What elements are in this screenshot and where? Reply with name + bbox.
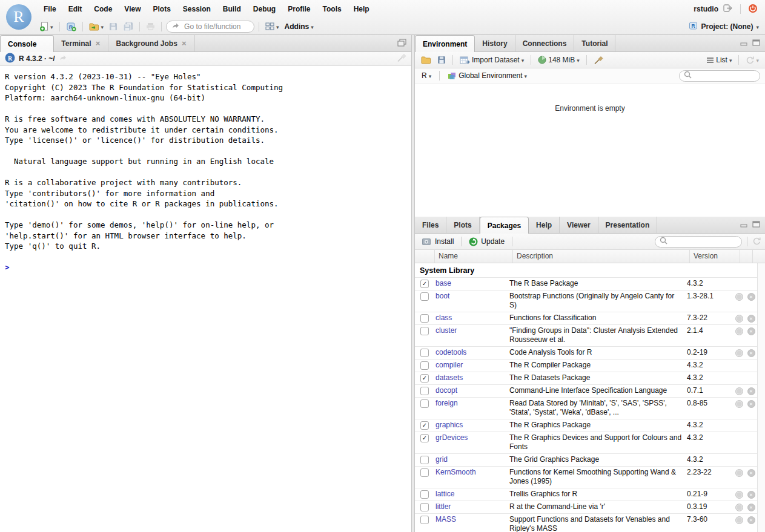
packages-scrollbar[interactable] [757, 263, 765, 532]
environment-tab[interactable]: Tutorial [574, 35, 615, 51]
package-name-link[interactable]: littler [435, 502, 451, 511]
packages-search[interactable] [655, 236, 742, 248]
environment-search[interactable] [679, 70, 760, 82]
column-header-name[interactable]: Name [434, 250, 512, 263]
environment-tab[interactable]: Environment [415, 35, 475, 52]
open-new-window-icon[interactable] [59, 54, 67, 63]
console-prompt[interactable]: > [0, 262, 411, 273]
packages-tab[interactable]: Presentation [598, 217, 658, 233]
package-name-link[interactable]: boot [435, 292, 449, 300]
package-name-link[interactable]: KernSmooth [435, 468, 476, 476]
package-browse-icon[interactable] [735, 327, 743, 335]
environment-tab[interactable]: Connections [515, 35, 575, 51]
menu-item[interactable]: Help [348, 5, 376, 13]
language-selector[interactable]: R [420, 71, 433, 80]
package-loaded-checkbox[interactable] [420, 468, 429, 477]
package-name-link[interactable]: base [435, 279, 451, 287]
menu-item[interactable]: View [118, 5, 147, 13]
menu-item[interactable]: Debug [247, 5, 282, 13]
package-browse-icon[interactable] [735, 349, 743, 357]
maximize-panel-icon[interactable] [752, 221, 760, 229]
minimize-panel-icon[interactable] [740, 221, 748, 229]
console-tab[interactable]: Background Jobs [108, 35, 194, 51]
package-name-link[interactable]: grDevices [435, 433, 468, 442]
package-remove-icon[interactable] [747, 504, 755, 511]
package-name-link[interactable]: codetools [435, 348, 466, 356]
package-name-link[interactable]: MASS [435, 515, 456, 524]
print-button[interactable] [144, 22, 157, 31]
package-remove-icon[interactable] [747, 400, 755, 408]
maximize-panel-icon[interactable] [752, 39, 760, 48]
menu-item[interactable]: Build [217, 5, 247, 13]
goto-file-search[interactable] [166, 21, 254, 33]
package-remove-icon[interactable] [747, 387, 755, 395]
new-project-button[interactable]: R [64, 21, 78, 32]
package-name-link[interactable]: compiler [435, 361, 463, 369]
menu-item[interactable]: Code [88, 5, 118, 13]
project-caret-icon[interactable] [756, 22, 759, 31]
clear-workspace-icon[interactable] [592, 55, 605, 65]
package-loaded-checkbox[interactable] [420, 421, 429, 430]
package-loaded-checkbox[interactable] [420, 399, 429, 408]
minimize-panel-icon[interactable] [740, 39, 748, 48]
column-header-version[interactable]: Version [689, 250, 740, 263]
package-name-link[interactable]: docopt [435, 386, 457, 395]
package-loaded-checkbox[interactable] [420, 490, 429, 499]
package-loaded-checkbox[interactable] [420, 374, 429, 383]
packages-tab[interactable]: Plots [446, 217, 479, 233]
package-loaded-checkbox[interactable] [420, 456, 429, 464]
package-loaded-checkbox[interactable] [420, 349, 429, 357]
console-tab[interactable]: Console [0, 35, 54, 52]
package-name-link[interactable]: grid [435, 455, 448, 464]
package-name-link[interactable]: graphics [435, 421, 463, 429]
load-workspace-icon[interactable] [419, 55, 433, 65]
package-loaded-checkbox[interactable] [420, 327, 429, 335]
package-browse-icon[interactable] [735, 469, 743, 477]
package-name-link[interactable]: lattice [435, 490, 454, 498]
column-header-description[interactable]: Description [512, 250, 689, 263]
packages-tab[interactable]: Viewer [560, 217, 598, 233]
addins-button[interactable]: Addins [283, 22, 316, 31]
refresh-environment-icon[interactable] [744, 55, 761, 65]
package-name-link[interactable]: foreign [435, 399, 458, 407]
packages-tab[interactable]: Packages [480, 217, 529, 234]
menu-item[interactable]: File [38, 5, 62, 13]
package-loaded-checkbox[interactable] [420, 503, 429, 511]
clear-console-icon[interactable] [397, 53, 406, 64]
package-remove-icon[interactable] [747, 293, 755, 301]
package-browse-icon[interactable] [735, 504, 743, 511]
package-remove-icon[interactable] [747, 315, 755, 323]
open-file-button[interactable] [87, 22, 106, 31]
package-remove-icon[interactable] [747, 327, 755, 335]
package-name-link[interactable]: cluster [435, 326, 457, 335]
environment-tab[interactable]: History [475, 35, 515, 51]
sign-out-icon[interactable] [723, 4, 733, 14]
new-file-button[interactable] [38, 21, 55, 32]
environment-search-input[interactable] [694, 71, 757, 80]
console-output-area[interactable]: R version 4.3.2 (2023-10-31) -- "Eye Hol… [0, 66, 411, 532]
menu-item[interactable]: Profile [282, 5, 316, 13]
package-name-link[interactable]: class [435, 314, 452, 322]
package-remove-icon[interactable] [747, 491, 755, 499]
package-browse-icon[interactable] [735, 387, 743, 395]
package-loaded-checkbox[interactable] [420, 387, 429, 395]
package-loaded-checkbox[interactable] [420, 314, 429, 323]
menu-item[interactable]: Plots [147, 5, 176, 13]
update-packages-button[interactable]: Update [466, 237, 507, 247]
package-loaded-checkbox[interactable] [420, 361, 429, 370]
memory-usage-button[interactable]: 148 MiB [536, 55, 581, 65]
save-workspace-icon[interactable] [435, 55, 448, 65]
list-view-button[interactable]: List [704, 55, 734, 65]
package-loaded-checkbox[interactable] [420, 434, 429, 442]
save-all-button[interactable] [121, 21, 135, 31]
package-browse-icon[interactable] [735, 315, 743, 323]
workspace-panes-button[interactable] [263, 22, 281, 31]
quit-session-icon[interactable] [748, 4, 758, 15]
project-selector[interactable]: Project: (None) [701, 22, 753, 31]
package-loaded-checkbox[interactable] [420, 516, 429, 524]
package-browse-icon[interactable] [735, 516, 743, 524]
packages-tab[interactable]: Help [529, 217, 560, 233]
console-tab[interactable]: Terminal [54, 35, 108, 51]
menu-item[interactable]: Edit [62, 5, 88, 13]
package-loaded-checkbox[interactable] [420, 292, 429, 301]
